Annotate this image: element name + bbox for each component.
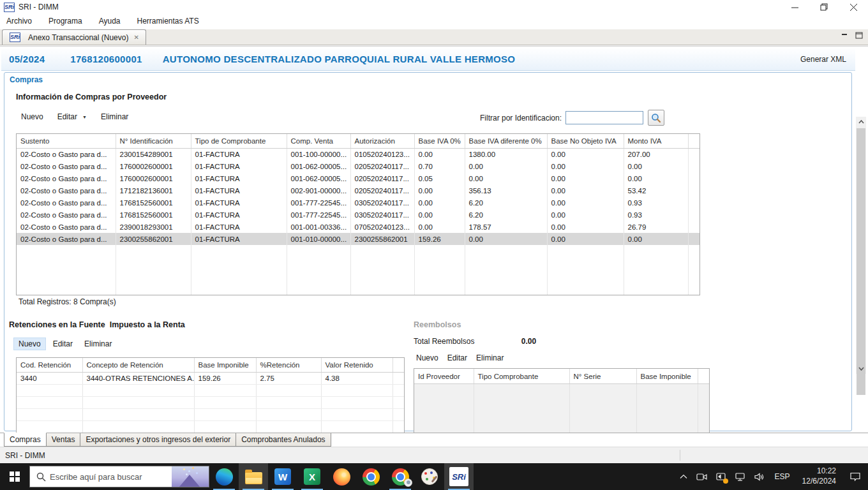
start-button[interactable] — [0, 463, 29, 490]
table-row[interactable]: 02-Costo o Gasto para d...17600026000010… — [17, 172, 700, 184]
table-cell: 01-FACTURA — [191, 209, 287, 221]
tab-close-icon[interactable]: ✕ — [132, 34, 140, 41]
scrollbar-thumb[interactable] — [857, 128, 865, 395]
table-row[interactable]: 02-Costo o Gasto para d...17681525600010… — [17, 197, 700, 209]
bottom-tab-comprobantes-anulados[interactable]: Comprobantes Anulados — [236, 433, 331, 447]
table-row[interactable]: 02-Costo o Gasto para d...17121821360010… — [17, 184, 700, 197]
column-header-base-imponible[interactable]: Base Imponible — [194, 358, 256, 372]
column-header-id-proveedor[interactable]: Id Proveedor — [414, 369, 474, 383]
compras-table: SustentoN° IdentificaciónTipo de Comprob… — [16, 133, 700, 295]
nuevo-button[interactable]: Nuevo — [21, 112, 43, 121]
table-row[interactable]: 02-Costo o Gasto para d...23900182930010… — [17, 221, 700, 233]
scroll-down-icon[interactable] — [856, 364, 866, 374]
retenciones-eliminar-button[interactable]: Eliminar — [84, 339, 112, 348]
taskbar-word-button[interactable]: W — [268, 463, 297, 490]
total-registros-label: Total Registros: 8 Compra(s) — [19, 297, 116, 306]
column-header-base-iva-0[interactable]: Base IVA 0% — [414, 134, 465, 148]
column-header-retenci-n[interactable]: %Retención — [256, 358, 321, 372]
reembolsos-eliminar-button[interactable]: Eliminar — [476, 353, 504, 362]
table-row[interactable]: 34403440-OTRAS RETENCIONES A...159.262.7… — [17, 372, 404, 384]
table-header-row: Id ProveedorTipo ComprobanteN° SerieBase… — [414, 369, 709, 383]
reembolsos-editar-button[interactable]: Editar — [447, 353, 467, 362]
search-highlight-image[interactable] — [172, 466, 209, 487]
taskbar-sri-button[interactable]: SRi — [444, 463, 474, 490]
taskbar-chrome-profile-button[interactable] — [385, 463, 415, 490]
clock-date: 12/6/2024 — [802, 477, 836, 487]
tray-meet-now-icon[interactable] — [692, 463, 712, 490]
scroll-up-icon[interactable] — [856, 117, 866, 127]
column-header-sustento[interactable]: Sustento — [17, 134, 116, 148]
vertical-scrollbar[interactable] — [856, 117, 866, 374]
taskbar-excel-button[interactable]: X — [297, 463, 327, 490]
bottom-tab-exportaciones-y-otros-ingresos-del-exterior[interactable]: Exportaciones y otros ingresos del exter… — [80, 433, 236, 447]
table-cell: 01-FACTURA — [191, 172, 287, 184]
column-header-valor-retenido[interactable]: Valor Retenido — [321, 358, 393, 372]
taskbar-explorer-button[interactable] — [239, 463, 268, 490]
menu-item-programa[interactable]: Programa — [49, 17, 82, 26]
table-cell: 0.00 — [465, 233, 547, 245]
table-cell-empty — [17, 245, 116, 295]
taskbar-clock[interactable]: 10:22 12/6/2024 — [796, 466, 842, 486]
empty-row — [17, 396, 404, 408]
editar-dropdown-icon[interactable]: ▼ — [82, 115, 87, 119]
empty-row — [17, 384, 404, 396]
table-row[interactable]: 02-Costo o Gasto para d...23002558620010… — [17, 233, 700, 245]
column-header-tipo-comprobante[interactable]: Tipo Comprobante — [474, 369, 569, 383]
table-cell: 159.26 — [194, 372, 256, 384]
table-cell: 2300255862001 — [350, 233, 414, 245]
column-header-monto-iva[interactable]: Monto IVA — [624, 134, 688, 148]
minimize-button[interactable] — [780, 0, 809, 14]
tab-anexo-transaccional[interactable]: SRi Anexo Transaccional (Nuevo) ✕ — [2, 29, 146, 45]
table-row[interactable]: 02-Costo o Gasto para d...17681525600010… — [17, 209, 700, 221]
table-cell-empty — [414, 245, 465, 295]
column-header-comp-venta[interactable]: Comp. Venta — [287, 134, 350, 148]
compras-toolbar: Nuevo Editar ▼ Eliminar — [21, 112, 128, 121]
menu-item-ayuda[interactable]: Ayuda — [99, 17, 121, 26]
language-indicator[interactable]: ESP — [769, 472, 796, 481]
mdi-minimize-icon[interactable] — [841, 32, 849, 41]
tray-chevron-up-icon[interactable] — [675, 463, 692, 490]
table-row[interactable]: 02-Costo o Gasto para d...23001542890010… — [17, 148, 700, 160]
tray-volume-icon[interactable] — [750, 463, 769, 490]
table-cell: 02-Costo o Gasto para d... — [17, 172, 116, 184]
column-header-autorizaci-n[interactable]: Autorización — [350, 134, 414, 148]
column-header-n-serie[interactable]: N° Serie — [569, 369, 636, 383]
retenciones-nuevo-button[interactable]: Nuevo — [13, 338, 46, 350]
column-header-base-imponible[interactable]: Base Imponible — [636, 369, 698, 383]
column-header-n-identificaci-n[interactable]: N° Identificación — [116, 134, 191, 148]
restore-button[interactable] — [809, 0, 839, 14]
action-center-icon[interactable] — [842, 463, 868, 490]
table-cell-filler — [688, 160, 700, 172]
column-header-concepto-de-retenci-n[interactable]: Concepto de Retención — [82, 358, 194, 372]
tray-onedrive-alert-icon[interactable] — [712, 463, 731, 490]
eliminar-button[interactable]: Eliminar — [101, 112, 128, 121]
statusbar: SRI - DIMM — [0, 447, 868, 463]
table-row[interactable]: 02-Costo o Gasto para d...17600026000010… — [17, 160, 700, 172]
menu-item-archivo[interactable]: Archivo — [6, 17, 32, 26]
column-header-tipo-de-comprobante[interactable]: Tipo de Comprobante — [191, 134, 287, 148]
mdi-restore-icon[interactable] — [855, 32, 863, 41]
taskbar-firefox-button[interactable] — [327, 463, 356, 490]
taskbar-search[interactable] — [29, 466, 209, 487]
column-header-base-no-objeto-iva[interactable]: Base No Objeto IVA — [547, 134, 624, 148]
column-header-cod-retenci-n[interactable]: Cod. Retención — [17, 358, 82, 372]
table-cell-filler — [393, 372, 404, 384]
table-cell-empty — [17, 420, 82, 433]
filter-input[interactable] — [565, 111, 643, 124]
menu-item-herramientas-ats[interactable]: Herramientas ATS — [137, 17, 199, 26]
bottom-tab-compras[interactable]: Compras — [4, 433, 47, 447]
editar-button[interactable]: Editar — [57, 112, 77, 121]
taskbar-paint-button[interactable] — [415, 463, 444, 490]
retenciones-editar-button[interactable]: Editar — [53, 339, 73, 348]
taskbar-search-input[interactable] — [46, 472, 172, 482]
bottom-tab-ventas[interactable]: Ventas — [46, 433, 81, 447]
generar-xml-button[interactable]: Generar XML — [800, 55, 846, 64]
taskbar-edge-button[interactable] — [209, 463, 239, 490]
search-button[interactable] — [648, 110, 664, 126]
close-button[interactable] — [839, 0, 868, 14]
reembolsos-nuevo-button[interactable]: Nuevo — [416, 353, 438, 362]
column-header-base-iva-diferente-0[interactable]: Base IVA diferente 0% — [465, 134, 547, 148]
tray-network-icon[interactable] — [731, 463, 750, 490]
column-header-filler — [393, 358, 404, 372]
taskbar-chrome-button[interactable] — [356, 463, 385, 490]
